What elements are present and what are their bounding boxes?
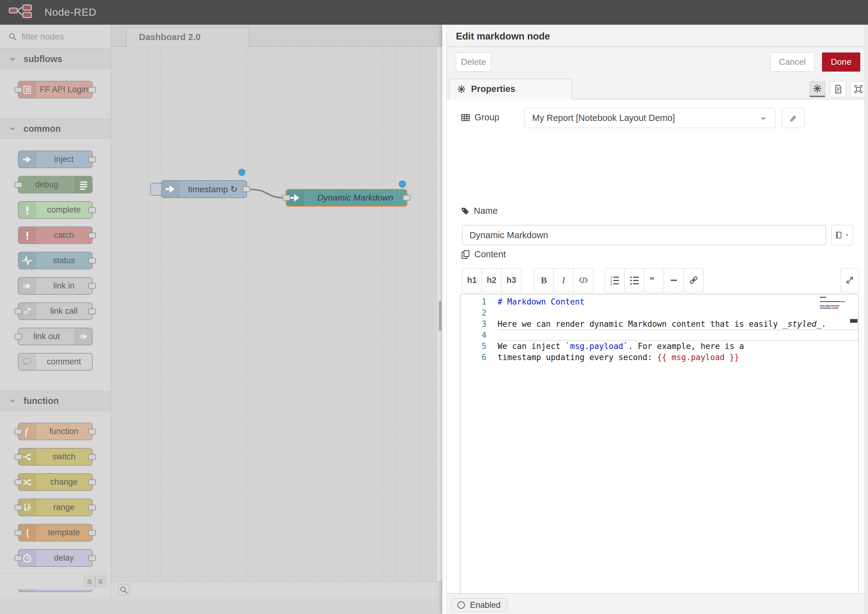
palette-node-delay[interactable]: delay xyxy=(18,549,93,567)
md-heading-3-button[interactable]: h3 xyxy=(502,268,521,292)
expand-editor-button[interactable] xyxy=(840,268,859,292)
palette-category-body-subflows: FF API Login xyxy=(0,69,111,118)
palette-node-switch[interactable]: switch xyxy=(18,448,93,465)
md-blockquote-button[interactable]: “ xyxy=(644,268,664,292)
input-port[interactable] xyxy=(283,195,290,201)
cancel-button[interactable]: Cancel xyxy=(770,53,815,71)
line-number: 6 xyxy=(461,352,498,363)
node-changed-indicator xyxy=(238,169,245,176)
palette-node-complete[interactable]: complete xyxy=(18,201,93,219)
canvas-node-dynamic-markdown[interactable]: Dynamic Markdown xyxy=(286,189,407,207)
palette-node-catch[interactable]: catch xyxy=(18,226,93,244)
md-heading-1-button[interactable]: h1 xyxy=(462,268,482,292)
palette-search-input[interactable]: filter nodes xyxy=(0,25,111,49)
palette-node-debug[interactable]: debug xyxy=(18,176,93,194)
output-port[interactable] xyxy=(88,555,96,561)
exclamation-icon xyxy=(19,202,36,218)
palette-node-inject[interactable]: inject xyxy=(18,150,93,168)
input-port[interactable] xyxy=(14,182,22,188)
output-port[interactable] xyxy=(88,479,96,485)
node-settings-button[interactable] xyxy=(809,81,825,97)
output-port[interactable] xyxy=(88,87,96,93)
md-ordered-list-button[interactable]: 123 xyxy=(605,268,624,292)
flow-canvas[interactable]: timestamp ↻ Dynamic Markdown xyxy=(111,47,438,581)
markdown-editor[interactable]: 1# Markdown Content23Here we can render … xyxy=(460,294,859,614)
palette-node-link-in[interactable]: link in xyxy=(18,277,93,295)
palette-node-template[interactable]: {template xyxy=(18,524,93,541)
canvas-node-timestamp[interactable]: timestamp ↻ xyxy=(161,180,247,198)
svg-text:{: { xyxy=(25,527,30,538)
palette-category-common[interactable]: common xyxy=(0,118,111,139)
md-heading-2-button[interactable]: h2 xyxy=(482,268,502,292)
canvas-scrollbar-thumb[interactable] xyxy=(439,301,441,331)
search-flows-button[interactable] xyxy=(118,584,129,595)
input-port[interactable] xyxy=(14,479,22,485)
node-description-button[interactable] xyxy=(830,81,846,97)
md-toolbar-group-2: 123“ xyxy=(605,268,703,292)
md-link-button[interactable] xyxy=(684,268,703,292)
blockquote-icon: “ xyxy=(649,275,659,285)
palette-node-label: delay xyxy=(36,550,92,566)
output-port[interactable] xyxy=(88,504,96,510)
output-port[interactable] xyxy=(88,157,96,162)
done-button[interactable]: Done xyxy=(822,53,860,71)
palette-node-function[interactable]: ffunction xyxy=(18,423,93,440)
tray-header: Edit markdown node xyxy=(447,25,868,47)
tray-scrollbar xyxy=(864,25,868,614)
wire xyxy=(111,47,438,581)
palette-expand-all-button[interactable] xyxy=(95,576,106,587)
edit-group-button[interactable] xyxy=(782,108,805,128)
palette-node-link-out[interactable]: link out xyxy=(18,328,93,345)
md-bold-button[interactable]: B xyxy=(534,268,554,292)
md-horizontal-rule-button[interactable] xyxy=(664,268,684,292)
exclamation-icon xyxy=(19,227,36,243)
group-select[interactable]: My Report [Notebook Layout Demo] xyxy=(525,108,775,128)
palette-collapse-all-button[interactable] xyxy=(84,576,95,587)
name-type-button[interactable] xyxy=(831,225,853,245)
tab-properties-label: Properties xyxy=(471,84,515,94)
output-port[interactable] xyxy=(242,186,250,192)
palette-body: subflowsFF API Logincommoninjectdebugcom… xyxy=(0,49,111,598)
palette-node-ff-api-login[interactable]: FF API Login xyxy=(18,81,93,98)
output-port[interactable] xyxy=(88,454,96,460)
input-port[interactable] xyxy=(14,530,22,536)
input-port[interactable] xyxy=(14,333,22,340)
palette-node-change[interactable]: change xyxy=(18,473,93,491)
editor-line-3: 3Here we can render dynamic Markdown con… xyxy=(461,318,858,330)
output-port[interactable] xyxy=(88,257,96,264)
palette-node-range[interactable]: range xyxy=(18,499,93,516)
node-enabled-toggle[interactable]: Enabled xyxy=(451,598,507,612)
link-in-icon xyxy=(19,278,36,294)
tray-resize-handle[interactable] xyxy=(443,25,447,614)
input-port[interactable] xyxy=(14,555,22,561)
line-number: 3 xyxy=(461,318,498,330)
tab-properties[interactable]: Properties xyxy=(449,79,572,99)
palette-node-link-call[interactable]: link call xyxy=(18,302,93,320)
input-port[interactable] xyxy=(14,308,22,314)
input-port[interactable] xyxy=(14,454,22,460)
output-port[interactable] xyxy=(88,308,96,314)
tray-title: Edit markdown node xyxy=(456,31,550,42)
palette-category-subflows[interactable]: subflows xyxy=(0,49,111,69)
flow-tab-dashboard[interactable]: Dashboard 2.0 xyxy=(126,27,249,47)
palette-node-comment[interactable]: comment xyxy=(18,353,93,371)
input-port[interactable] xyxy=(14,429,22,434)
name-input[interactable] xyxy=(462,225,826,245)
palette-node-label: link call xyxy=(36,303,92,319)
output-port[interactable] xyxy=(88,207,96,213)
md-code-button[interactable] xyxy=(573,268,593,292)
palette-node-status[interactable]: status xyxy=(18,252,93,269)
output-port[interactable] xyxy=(88,233,96,238)
md-italic-button[interactable]: I xyxy=(554,268,573,292)
output-port[interactable] xyxy=(88,283,96,289)
edit-form: Group My Report [Notebook Layout Demo] N… xyxy=(447,99,868,593)
unordered-list-icon xyxy=(629,275,640,285)
output-port[interactable] xyxy=(88,429,96,434)
input-port[interactable] xyxy=(14,87,22,93)
palette-category-function[interactable]: function xyxy=(0,391,111,411)
input-port[interactable] xyxy=(14,504,22,510)
output-port[interactable] xyxy=(88,530,96,536)
md-unordered-list-button[interactable] xyxy=(624,268,644,292)
output-port[interactable] xyxy=(403,195,410,201)
delete-button[interactable]: Delete xyxy=(456,53,491,71)
